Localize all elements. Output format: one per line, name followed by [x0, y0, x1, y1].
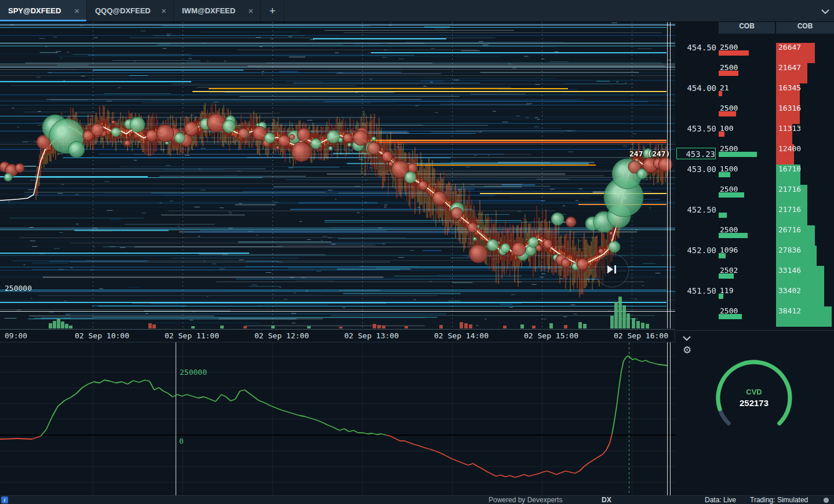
tab-close-icon[interactable]: ×: [161, 6, 166, 16]
order-size-value: 21: [720, 83, 729, 104]
ladder-row[interactable]: 454.002116345: [676, 83, 834, 104]
ladder-row[interactable]: 453.00150016710: [676, 165, 834, 185]
heatmap-canvas[interactable]: [0, 22, 675, 329]
ladder-row[interactable]: 453.23250012400: [676, 144, 834, 165]
ladder-row[interactable]: 452.00109627836: [676, 246, 834, 266]
order-size-value: 2500: [720, 43, 738, 63]
current-price-label: 453.23: [676, 148, 716, 159]
cob-histogram-bar: [719, 213, 727, 218]
replay-forward-button[interactable]: [595, 254, 629, 287]
price-level-label: 454.50: [676, 43, 716, 63]
order-size-value: 2500: [720, 144, 738, 165]
tab-qqq@dxfeed[interactable]: QQQ@DXFEED×: [87, 0, 174, 21]
play-to-end-icon: [606, 265, 618, 276]
time-axis-label: 09:00: [5, 331, 27, 340]
time-axis-label: 02 Sep 14:00: [434, 331, 489, 340]
price-ladder[interactable]: 454.50250026647250021647454.002116345250…: [676, 22, 834, 330]
volume-scale-label: 250000: [5, 284, 32, 293]
cob-value: 21647: [778, 63, 801, 83]
price-level-label: 454.00: [676, 83, 716, 104]
panel-collapse-button[interactable]: [821, 0, 829, 22]
cob-value: 21716: [778, 185, 801, 205]
ladder-row[interactable]: 452.5021716: [676, 205, 834, 225]
order-size-value: 2500: [720, 63, 738, 83]
gauge-value: 252173: [708, 398, 800, 408]
cvd-scale-label: 250000: [180, 368, 207, 377]
tab-iwm@dxfeed[interactable]: IWM@DXFEED×: [174, 0, 261, 21]
add-tab-button[interactable]: +: [261, 0, 285, 21]
dom-panel: COB COB 454.50250026647250021647454.0021…: [676, 22, 834, 495]
cob-value: 21716: [778, 205, 801, 225]
info-icon[interactable]: i: [1, 496, 8, 503]
cob-value: 26647: [778, 43, 801, 63]
cvd-gauge: CVD 252173: [708, 352, 800, 444]
cob-value: 16316: [778, 104, 801, 124]
cob-value: 33402: [778, 286, 801, 306]
chevron-down-icon: [683, 333, 691, 342]
tab-bar: SPY@DXFEED×QQQ@DXFEED×IWM@DXFEED× +: [0, 0, 834, 22]
time-axis[interactable]: 09:0002 Sep 10:0002 Sep 11:0002 Sep 12:0…: [0, 329, 675, 342]
ladder-row[interactable]: 250021716: [676, 185, 834, 205]
order-size-value: 100: [720, 124, 733, 144]
order-size-value: 1096: [720, 246, 738, 266]
status-bar: i Powered by Devexperts DX Data: Live Tr…: [0, 495, 834, 504]
gauge-title: CVD: [708, 388, 800, 396]
cob-value: 27836: [778, 246, 801, 266]
tabs-container: SPY@DXFEED×QQQ@DXFEED×IWM@DXFEED×: [0, 0, 261, 21]
order-size-value: 119: [720, 286, 733, 306]
ladder-row[interactable]: 453.5010011313: [676, 124, 834, 144]
settings-gear-icon[interactable]: ⚙: [683, 344, 691, 356]
chevron-down-icon: [821, 6, 829, 16]
dx-logo: DX: [602, 496, 611, 504]
ladder-collapse-button[interactable]: [683, 333, 691, 343]
cob-value: 33146: [778, 266, 801, 286]
time-axis-label: 02 Sep 15:00: [524, 331, 578, 340]
cob-value: 16345: [778, 83, 801, 104]
price-level-label: 453.00: [676, 165, 716, 185]
connection-status-dot: [824, 498, 829, 503]
order-size-value: 2500: [720, 104, 738, 124]
price-level-label: 452.50: [676, 205, 716, 225]
ladder-row[interactable]: 250016316: [676, 104, 834, 124]
ladder-row[interactable]: 451.5011933402: [676, 286, 834, 306]
ladder-row[interactable]: 250233146: [676, 266, 834, 286]
trading-app-window: SPY@DXFEED×QQQ@DXFEED×IWM@DXFEED× + 2500…: [0, 0, 834, 504]
last-trade-size-label: 247 (247): [629, 149, 670, 158]
order-size-value: 1500: [720, 165, 738, 185]
order-size-value: 2500: [720, 306, 738, 327]
price-level-label: 452.00: [676, 246, 716, 266]
tab-close-icon[interactable]: ×: [248, 6, 253, 16]
price-level-label: 451.50: [676, 286, 716, 306]
data-mode-label: Data: Live: [705, 496, 736, 504]
time-axis-label: 02 Sep 11:00: [165, 331, 219, 340]
order-size-value: 2502: [720, 266, 738, 286]
cvd-canvas[interactable]: [0, 342, 675, 496]
ladder-row[interactable]: 250021647: [676, 63, 834, 83]
ladder-row[interactable]: 250038412: [676, 306, 834, 327]
heatmap-chart-panel: 250000 247 (247) 09:0002 Sep 10:0002 Sep…: [0, 22, 675, 342]
order-size-value: 2500: [720, 225, 738, 246]
time-axis-label: 02 Sep 10:00: [75, 331, 129, 340]
cvd-zero-label: 0: [179, 437, 184, 445]
cob-value: 11313: [778, 124, 801, 144]
trading-mode-label: Trading: Simulated: [750, 496, 808, 504]
order-size-value: 2500: [720, 185, 738, 205]
ladder-row[interactable]: 250026716: [676, 225, 834, 246]
tab-label: SPY@DXFEED: [8, 6, 61, 15]
tab-spy@dxfeed[interactable]: SPY@DXFEED×: [0, 0, 87, 21]
cvd-panel: 250000 0: [0, 342, 675, 495]
cob-value: 26716: [778, 225, 801, 246]
cob-value: 38412: [778, 306, 801, 327]
tab-label: QQQ@DXFEED: [95, 6, 151, 15]
time-axis-label: 02 Sep 12:00: [254, 331, 309, 340]
tab-close-icon[interactable]: ×: [74, 6, 79, 16]
time-axis-label: 02 Sep 13:00: [344, 331, 399, 340]
cob-value: 16710: [778, 165, 801, 185]
time-axis-label: 02 Sep 16:00: [614, 331, 668, 340]
ladder-separator: [676, 330, 834, 331]
powered-by-label: Powered by Devexperts: [489, 496, 562, 504]
cob-value: 12400: [778, 144, 801, 165]
ladder-row[interactable]: 454.50250026647: [676, 43, 834, 63]
price-level-label: 453.50: [676, 124, 716, 144]
tab-label: IWM@DXFEED: [182, 6, 235, 15]
